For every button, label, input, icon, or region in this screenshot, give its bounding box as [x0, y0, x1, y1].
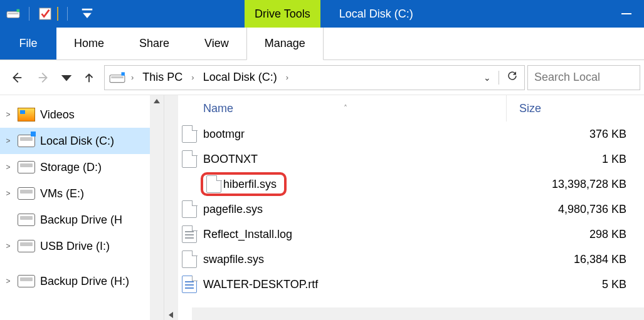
address-bar[interactable]: › This PC › Local Disk (C:) › ⌄ — [104, 65, 525, 90]
tree-item-label: Backup Drive (H:) — [40, 275, 129, 288]
column-header-name[interactable]: Name ˄ — [201, 102, 506, 115]
tree-item-label: Backup Drive (H — [40, 214, 122, 227]
file-row[interactable]: hiberfil.sys13,398,728 KB — [178, 172, 644, 197]
tree-item-label: Local Disk (C:) — [40, 135, 114, 148]
tab-home[interactable]: Home — [56, 28, 122, 59]
column-header-size[interactable]: Size — [506, 95, 644, 121]
file-icon — [178, 250, 201, 268]
file-size: 5 KB — [506, 278, 644, 291]
svg-marker-5 — [83, 13, 92, 18]
file-size: 1 KB — [506, 153, 644, 166]
svg-marker-13 — [154, 99, 160, 103]
file-icon — [178, 200, 201, 218]
svg-marker-8 — [61, 75, 72, 81]
file-row[interactable]: bootmgr376 KB — [178, 121, 644, 147]
expander-icon[interactable]: > — [4, 189, 13, 198]
tree-item-label: VMs (E:) — [40, 187, 84, 200]
file-name-swapfile-sys: swapfile.sys — [203, 253, 264, 266]
folder-icon[interactable] — [57, 8, 58, 21]
tab-view[interactable]: View — [187, 28, 246, 59]
file-row[interactable]: swapfile.sys16,384 KB — [178, 247, 644, 272]
address-history-button[interactable]: ⌄ — [483, 73, 491, 83]
minimize-button[interactable] — [609, 0, 644, 28]
file-size: 13,398,728 KB — [506, 178, 644, 191]
breadcrumb-sep[interactable]: › — [283, 73, 291, 82]
file-row[interactable]: WALTER-DESKTOP.rtf5 KB — [178, 272, 644, 297]
file-row[interactable]: Reflect_Install.log298 KB — [178, 222, 644, 247]
drive-icon — [18, 237, 35, 255]
column-headers[interactable]: Name ˄ Size — [178, 95, 644, 121]
drive-icon — [108, 69, 126, 86]
navigation-pane: >Videos>Local Disk (C:)>Storage (D:)>VMs… — [0, 95, 164, 320]
svg-rect-1 — [8, 13, 19, 14]
expander-icon[interactable]: > — [4, 110, 13, 119]
checkbox-icon[interactable] — [38, 7, 52, 21]
tree-item-usb-drive-i[interactable]: >USB Drive (I:) — [0, 233, 150, 259]
tree-item-storage-d[interactable]: >Storage (D:) — [0, 154, 150, 180]
file-tab[interactable]: File — [0, 28, 56, 59]
horizontal-scrollbar[interactable] — [192, 307, 644, 320]
file-icon — [178, 225, 201, 243]
svg-rect-4 — [82, 9, 93, 11]
file-icon — [178, 276, 201, 293]
qat-divider — [29, 7, 29, 21]
breadcrumb-sep[interactable]: › — [129, 73, 136, 82]
tree-item-backup-drive-h[interactable]: >Backup Drive (H:) — [0, 268, 150, 294]
drive-icon — [18, 272, 35, 290]
left-scroll-hint[interactable] — [164, 95, 178, 320]
tree-item-backup-drive-h[interactable]: Backup Drive (H — [0, 207, 150, 233]
breadcrumb-sep[interactable]: › — [189, 73, 196, 82]
tab-share[interactable]: Share — [122, 28, 187, 59]
breadcrumb-local-disk-c[interactable]: Local Disk (C:) — [199, 71, 281, 84]
file-icon — [178, 125, 201, 143]
drive-icon — [18, 211, 35, 229]
highlighted-file: hiberfil.sys — [201, 172, 287, 196]
context-tab-header: Drive Tools — [245, 0, 320, 28]
expander-icon[interactable]: > — [4, 163, 13, 172]
drive-icon — [18, 158, 35, 176]
file-icon — [178, 150, 201, 168]
svg-marker-14 — [169, 312, 173, 318]
expander-icon[interactable]: > — [4, 242, 13, 250]
tab-manage[interactable]: Manage — [246, 28, 324, 60]
file-size: 4,980,736 KB — [506, 203, 644, 216]
file-name-reflect-install-log: Reflect_Install.log — [203, 228, 292, 240]
recent-locations-button[interactable] — [59, 65, 74, 90]
svg-rect-10 — [111, 76, 124, 78]
expander-icon[interactable]: > — [4, 137, 13, 145]
qat-customize-icon[interactable] — [80, 7, 94, 21]
nav-scrollbar[interactable] — [150, 95, 164, 320]
file-size: 376 KB — [506, 128, 644, 141]
tree-item-local-disk-c[interactable]: >Local Disk (C:) — [0, 128, 150, 154]
file-row[interactable]: BOOTNXT1 KB — [178, 147, 644, 172]
tree-item-label: Videos — [40, 108, 75, 121]
up-button[interactable] — [77, 65, 102, 90]
tree-item-label: USB Drive (I:) — [40, 240, 110, 253]
forward-button[interactable] — [31, 65, 56, 90]
file-name-bootmgr: bootmgr — [203, 128, 245, 140]
expander-icon[interactable]: > — [4, 277, 13, 286]
tree-item-videos[interactable]: >Videos — [0, 101, 150, 128]
content-area: >Videos>Local Disk (C:)>Storage (D:)>VMs… — [0, 95, 644, 320]
svg-rect-11 — [122, 72, 125, 75]
title-bar: Drive Tools Local Disk (C:) — [0, 0, 644, 28]
window-title: Local Disk (C:) — [320, 0, 609, 28]
search-input[interactable]: Search Local — [527, 65, 640, 90]
drive-icon — [18, 132, 35, 150]
file-name-hiberfil-sys: hiberfil.sys — [223, 178, 277, 191]
svg-rect-0 — [7, 11, 19, 18]
back-button[interactable] — [4, 65, 29, 90]
file-size: 298 KB — [506, 228, 644, 241]
svg-rect-9 — [110, 75, 125, 82]
tree-item-label: Storage (D:) — [40, 161, 102, 174]
ribbon-tabs: File Home Share View Manage — [0, 28, 644, 60]
file-row[interactable]: pagefile.sys4,980,736 KB — [178, 197, 644, 222]
breadcrumb-this-pc[interactable]: This PC — [139, 71, 186, 84]
tree-item-vms-e[interactable]: >VMs (E:) — [0, 180, 150, 207]
qat-divider — [67, 7, 68, 21]
videos-icon — [18, 106, 35, 123]
file-name-bootnxt: BOOTNXT — [203, 153, 258, 165]
sort-indicator-icon: ˄ — [344, 104, 347, 113]
refresh-button[interactable] — [507, 70, 518, 85]
file-name-pagefile-sys: pagefile.sys — [203, 203, 263, 215]
